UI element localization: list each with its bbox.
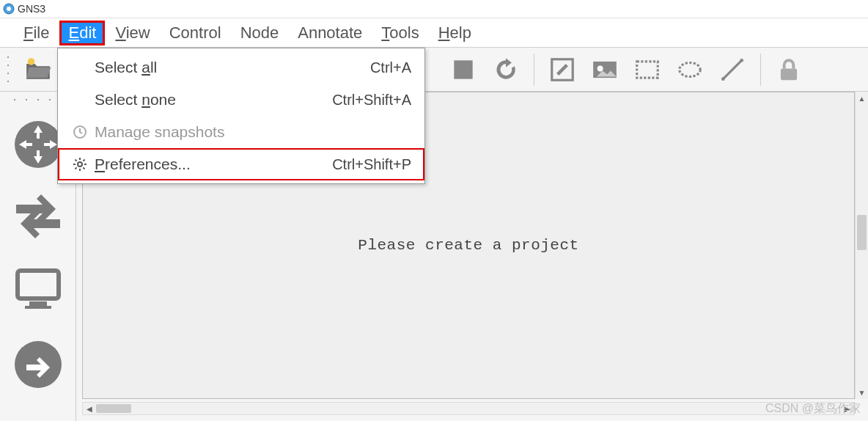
menu-select-all-shortcut: Ctrl+A bbox=[370, 59, 411, 76]
menu-help[interactable]: Help bbox=[431, 22, 479, 44]
ellipse-button[interactable] bbox=[672, 52, 707, 87]
svg-point-1 bbox=[7, 7, 11, 11]
svg-rect-12 bbox=[781, 68, 797, 80]
svg-rect-15 bbox=[29, 301, 47, 306]
svg-point-2 bbox=[28, 58, 35, 65]
scroll-down-icon[interactable]: ▼ bbox=[856, 386, 868, 399]
svg-rect-16 bbox=[25, 306, 51, 309]
svg-point-6 bbox=[597, 65, 603, 71]
menu-select-all[interactable]: Select all Ctrl+A bbox=[58, 51, 424, 84]
svg-rect-7 bbox=[637, 61, 658, 77]
horizontal-scrollbar[interactable]: ◀ ▶ bbox=[82, 402, 855, 415]
menu-tools[interactable]: Tools bbox=[374, 22, 426, 44]
switches-button[interactable] bbox=[9, 187, 67, 246]
svg-rect-14 bbox=[18, 271, 59, 299]
note-button[interactable] bbox=[545, 52, 580, 87]
security-devices-button[interactable] bbox=[9, 335, 67, 394]
svg-line-24 bbox=[76, 160, 77, 161]
image-button[interactable] bbox=[587, 52, 622, 87]
canvas-message: Please create a project bbox=[358, 237, 578, 254]
hscroll-thumb[interactable] bbox=[96, 404, 131, 413]
menu-manage-snapshots-label: Manage snapshots bbox=[95, 123, 411, 141]
app-icon bbox=[3, 3, 15, 15]
menu-select-all-label: Select all bbox=[95, 59, 370, 76]
app-title: GNS3 bbox=[18, 3, 45, 15]
menu-select-none[interactable]: Select none Ctrl+Shift+A bbox=[58, 84, 424, 116]
menu-file[interactable]: File bbox=[16, 22, 56, 44]
edit-dropdown: Select all Ctrl+A Select none Ctrl+Shift… bbox=[57, 48, 425, 184]
watermark: CSDN @菜鸟作家 bbox=[765, 401, 861, 417]
scroll-up-icon[interactable]: ▲ bbox=[856, 92, 868, 105]
toolbar-grip bbox=[7, 54, 12, 86]
menu-manage-snapshots: Manage snapshots bbox=[58, 116, 424, 148]
clock-icon bbox=[71, 125, 89, 139]
menu-view[interactable]: View bbox=[108, 22, 157, 44]
svg-line-26 bbox=[76, 167, 77, 169]
menu-select-none-label: Select none bbox=[95, 91, 332, 109]
svg-line-27 bbox=[83, 160, 84, 161]
menu-preferences-label: Preferences... bbox=[95, 155, 332, 173]
line-button[interactable] bbox=[715, 52, 750, 87]
menu-annotate[interactable]: Annotate bbox=[290, 22, 369, 44]
menu-node[interactable]: Node bbox=[233, 22, 287, 44]
menu-edit[interactable]: Edit bbox=[61, 22, 103, 44]
scroll-left-icon[interactable]: ◀ bbox=[83, 405, 96, 413]
menubar: File Edit View Control Node Annotate Too… bbox=[0, 18, 868, 48]
stop-button[interactable] bbox=[446, 52, 481, 87]
gear-icon bbox=[71, 157, 89, 172]
svg-point-11 bbox=[740, 58, 743, 62]
menu-preferences-shortcut: Ctrl+Shift+P bbox=[332, 156, 411, 173]
svg-point-19 bbox=[78, 162, 82, 166]
vscroll-thumb[interactable] bbox=[857, 215, 867, 250]
toolbar-sep bbox=[534, 54, 534, 86]
svg-line-25 bbox=[83, 167, 84, 169]
menu-preferences[interactable]: Preferences... Ctrl+Shift+P bbox=[58, 148, 424, 180]
svg-line-9 bbox=[723, 60, 741, 78]
vertical-scrollbar[interactable]: ▲ ▼ bbox=[855, 92, 868, 399]
svg-rect-3 bbox=[454, 60, 472, 78]
menu-select-none-shortcut: Ctrl+Shift+A bbox=[332, 92, 411, 109]
end-devices-button[interactable] bbox=[9, 259, 67, 318]
svg-point-10 bbox=[721, 77, 725, 81]
svg-point-8 bbox=[680, 62, 701, 76]
lock-button[interactable] bbox=[771, 52, 806, 87]
toolbar-sep-2 bbox=[760, 54, 761, 86]
open-button[interactable] bbox=[21, 52, 56, 87]
reload-button[interactable] bbox=[488, 52, 523, 87]
rectangle-button[interactable] bbox=[630, 52, 665, 87]
menu-control[interactable]: Control bbox=[162, 22, 229, 44]
titlebar: GNS3 bbox=[0, 0, 868, 18]
